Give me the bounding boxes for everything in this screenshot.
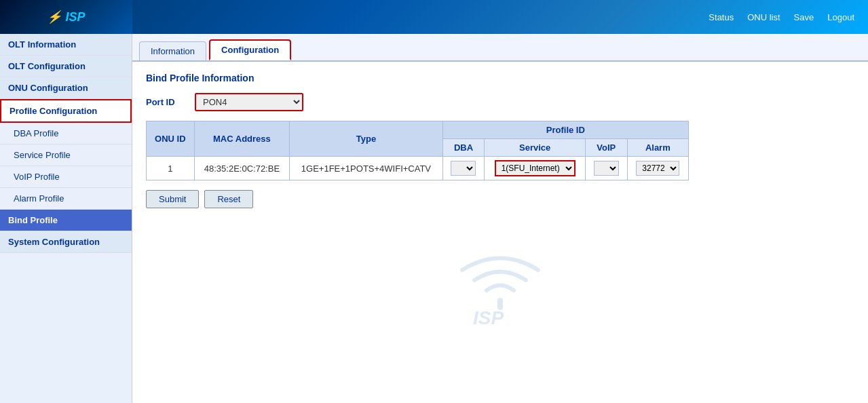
service-select[interactable]: 1(SFU_Internet) 2 [495, 160, 575, 176]
table-row: 1 48:35:2E:0C:72:BE 1GE+1FE+1POTS+4WIFI+… [147, 157, 689, 180]
col-onu-id: ONU ID [147, 121, 195, 157]
watermark: ISP [132, 246, 868, 328]
sidebar-item-olt-info[interactable]: OLT Information [0, 34, 132, 56]
port-id-row: Port ID PON1 PON2 PON3 PON4 PON5 PON6 PO… [146, 93, 854, 111]
tab-configuration[interactable]: Configuration [209, 39, 291, 60]
port-id-select[interactable]: PON1 PON2 PON3 PON4 PON5 PON6 PON7 PON8 [195, 93, 303, 111]
sidebar-item-dba-profile[interactable]: DBA Profile [0, 123, 132, 145]
svg-text:ISP: ISP [473, 307, 504, 328]
cell-type: 1GE+1FE+1POTS+4WIFI+CATV [290, 157, 442, 180]
header: ⚡ ISP Status ONU list Save Logout [0, 0, 868, 34]
cell-voip[interactable]: 1 2 [586, 157, 628, 180]
cell-onu-id: 1 [147, 157, 195, 180]
sidebar-item-profile-config[interactable]: Profile Configuration [0, 99, 132, 123]
col-voip: VoIP [586, 139, 628, 157]
cell-service[interactable]: 1(SFU_Internet) 2 [485, 157, 586, 180]
sidebar-item-bind-profile[interactable]: Bind Profile [0, 210, 132, 231]
port-id-label: Port ID [146, 97, 187, 107]
sidebar-item-system-config[interactable]: System Configuration [0, 231, 132, 253]
content-area: Bind Profile Information Port ID PON1 PO… [132, 62, 868, 219]
col-profile-id: Profile ID [442, 121, 688, 139]
nav-onu-list[interactable]: ONU list [747, 12, 780, 22]
col-service: Service [485, 139, 586, 157]
cell-dba[interactable]: 1 2 [442, 157, 485, 180]
sidebar-item-alarm-profile[interactable]: Alarm Profile [0, 188, 132, 210]
sidebar-item-service-profile[interactable]: Service Profile [0, 145, 132, 166]
nav-links: Status ONU list Save Logout [709, 12, 854, 22]
logo-area: ⚡ ISP [0, 0, 132, 34]
submit-button[interactable]: Submit [146, 190, 199, 208]
sidebar-item-olt-config[interactable]: OLT Configuration [0, 56, 132, 77]
col-type: Type [290, 121, 442, 157]
tab-bar: Information Configuration [132, 34, 868, 62]
main-content: Information Configuration Bind Profile I… [132, 34, 868, 403]
voip-select[interactable]: 1 2 [594, 161, 619, 176]
nav-logout[interactable]: Logout [827, 12, 854, 22]
sidebar: OLT Information OLT Configuration ONU Co… [0, 34, 132, 403]
nav-status[interactable]: Status [709, 12, 734, 22]
button-row: Submit Reset [146, 190, 854, 208]
section-title: Bind Profile Information [146, 73, 854, 83]
tab-information[interactable]: Information [139, 41, 206, 60]
nav-save[interactable]: Save [794, 12, 814, 22]
logo-text: ⚡ ISP [47, 9, 85, 24]
col-mac-address: MAC Address [194, 121, 290, 157]
alarm-select[interactable]: 32772 32773 32774 [636, 161, 679, 176]
cell-alarm[interactable]: 32772 32773 32774 [627, 157, 688, 180]
reset-button[interactable]: Reset [204, 190, 253, 208]
sidebar-item-voip-profile[interactable]: VoIP Profile [0, 166, 132, 188]
cell-mac-address: 48:35:2E:0C:72:BE [194, 157, 290, 180]
col-alarm: Alarm [627, 139, 688, 157]
dba-select[interactable]: 1 2 [451, 161, 476, 176]
col-dba: DBA [442, 139, 485, 157]
layout: OLT Information OLT Configuration ONU Co… [0, 34, 868, 403]
bind-profile-table: ONU ID MAC Address Type Profile ID DBA S… [146, 121, 689, 180]
sidebar-item-onu-config[interactable]: ONU Configuration [0, 77, 132, 99]
